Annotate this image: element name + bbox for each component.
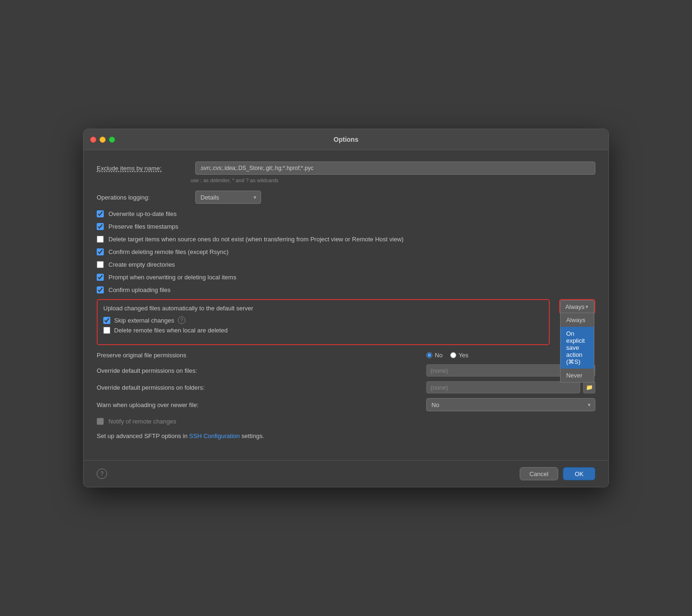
override-folders-input[interactable] (426, 381, 580, 393)
exclude-input[interactable] (195, 162, 595, 175)
checkbox-confirm-delete-input[interactable] (97, 248, 104, 255)
checkbox-prompt-overwrite-input[interactable] (97, 274, 104, 281)
override-folders-label: Override default permissions on folders: (97, 384, 426, 391)
checkbox-confirm-delete-label: Confirm deleting remote files (except Rs… (108, 248, 229, 255)
maximize-button[interactable] (109, 137, 115, 143)
traffic-lights (90, 137, 115, 143)
checkbox-prompt-overwrite: Prompt when overwriting or deleting loca… (97, 274, 595, 281)
preserve-permissions-label: Preserve original file permissions (97, 352, 186, 359)
checkbox-delete-target: Delete target items when source ones do … (97, 236, 595, 243)
checkbox-prompt-overwrite-label: Prompt when overwriting or deleting loca… (108, 274, 236, 281)
preserve-yes-option[interactable]: Yes (450, 352, 469, 359)
delete-remote-label: Delete remote files when local are delet… (114, 327, 228, 334)
checkbox-confirm-delete: Confirm deleting remote files (except Rs… (97, 248, 595, 255)
preserve-no-radio[interactable] (426, 352, 432, 358)
checkbox-empty-dirs-label: Create empty directories (108, 261, 175, 268)
logging-select-wrapper: Details Summary None ▼ (195, 191, 261, 204)
cancel-button[interactable]: Cancel (520, 467, 558, 480)
logging-row: Operations logging: Details Summary None… (97, 191, 595, 204)
options-window: Options Exclude items by name: use ; as … (83, 129, 609, 487)
preserve-no-option[interactable]: No (426, 352, 443, 359)
checkbox-confirm-upload-label: Confirm uploading files (108, 286, 170, 293)
exclude-label: Exclude items by name: (97, 165, 191, 172)
skip-external-help-icon[interactable]: ? (178, 316, 185, 324)
ok-button[interactable]: OK (563, 467, 595, 480)
close-button[interactable] (90, 137, 96, 143)
checkbox-timestamps: Preserve files timestamps (97, 223, 595, 230)
logging-label: Operations logging: (97, 194, 191, 201)
preserve-yes-radio[interactable] (450, 352, 456, 358)
sftp-row: Set up advanced SFTP options in SSH Conf… (97, 432, 595, 439)
title-bar: Options (84, 129, 608, 150)
override-folders-input-wrapper: 📁 (426, 381, 595, 393)
checkbox-confirm-upload-input[interactable] (97, 286, 104, 293)
sftp-suffix: settings. (241, 432, 264, 439)
warn-label: Warn when uploading over newer file: (97, 401, 426, 408)
delete-remote-checkbox[interactable] (103, 327, 110, 334)
checkbox-empty-dirs-input[interactable] (97, 261, 104, 268)
exclude-hint: use ; as delimiter, * and ? as wildcards (191, 177, 595, 183)
exclude-row: Exclude items by name: (97, 162, 595, 175)
upload-option-explicit[interactable]: On explicit save action (⌘S) (561, 327, 594, 369)
checkbox-overwrite: Overwrite up-to-date files (97, 210, 595, 217)
checkbox-timestamps-label: Preserve files timestamps (108, 223, 178, 230)
upload-dropdown-header[interactable]: Always ▼ (560, 300, 594, 313)
folder-icon-2: 📁 (586, 384, 593, 391)
upload-main-label: Upload changed files automatically to th… (103, 305, 543, 312)
upload-dropdown-selected: Always (565, 303, 584, 310)
override-folders-row: Override default permissions on folders:… (97, 381, 595, 393)
override-files-row: Override default permissions on files: 📁 (97, 364, 595, 377)
sftp-text: Set up advanced SFTP options in (97, 432, 189, 439)
upload-dropdown-section: Always ▼ Always On explicit save action … (559, 299, 595, 314)
preserve-permissions-row: Preserve original file permissions No Ye… (97, 352, 595, 359)
window-title: Options (334, 136, 359, 143)
checkbox-confirm-upload: Confirm uploading files (97, 286, 595, 293)
notify-checkbox (97, 418, 104, 425)
skip-external-checkbox[interactable] (103, 317, 110, 324)
notify-label: Notify of remote changes (108, 418, 177, 425)
warn-select-wrapper: No Yes ▼ (426, 398, 595, 411)
skip-external-row: Skip external changes ? (103, 316, 543, 324)
minimize-button[interactable] (100, 137, 106, 143)
delete-remote-row: Delete remote files when local are delet… (103, 327, 543, 334)
help-button[interactable]: ? (97, 469, 107, 479)
ssh-config-link[interactable]: SSH Configuration (189, 432, 240, 439)
override-files-label: Override default permissions on files: (97, 367, 426, 374)
content-area: Exclude items by name: use ; as delimite… (84, 150, 608, 460)
preserve-no-label: No (435, 352, 443, 359)
upload-option-never[interactable]: Never (561, 369, 594, 382)
footer-buttons: Cancel OK (520, 467, 595, 480)
checkbox-timestamps-input[interactable] (97, 223, 104, 230)
checkbox-delete-target-input[interactable] (97, 236, 104, 243)
footer: ? Cancel OK (84, 460, 608, 487)
override-files-input[interactable] (426, 364, 580, 377)
upload-dropdown-arrow-icon: ▼ (584, 304, 589, 309)
warn-select[interactable]: No Yes (426, 398, 595, 411)
logging-select[interactable]: Details Summary None (195, 191, 261, 204)
preserve-yes-label: Yes (459, 352, 469, 359)
upload-dropdown-list: Always On explicit save action (⌘S) Neve… (560, 313, 594, 383)
skip-external-label: Skip external changes (114, 317, 174, 324)
help-icon-label: ? (100, 470, 104, 477)
warn-row: Warn when uploading over newer file: No … (97, 398, 595, 411)
checkbox-overwrite-label: Overwrite up-to-date files (108, 210, 177, 217)
upload-label-section: Upload changed files automatically to th… (97, 299, 550, 345)
checkbox-empty-dirs: Create empty directories (97, 261, 595, 268)
override-folders-browse-button[interactable]: 📁 (583, 381, 595, 393)
upload-outer: Upload changed files automatically to th… (97, 299, 595, 345)
checkbox-overwrite-input[interactable] (97, 210, 104, 217)
upload-option-always[interactable]: Always (561, 313, 594, 327)
checkbox-delete-target-label: Delete target items when source ones do … (108, 236, 404, 243)
notify-row: Notify of remote changes (97, 418, 595, 425)
